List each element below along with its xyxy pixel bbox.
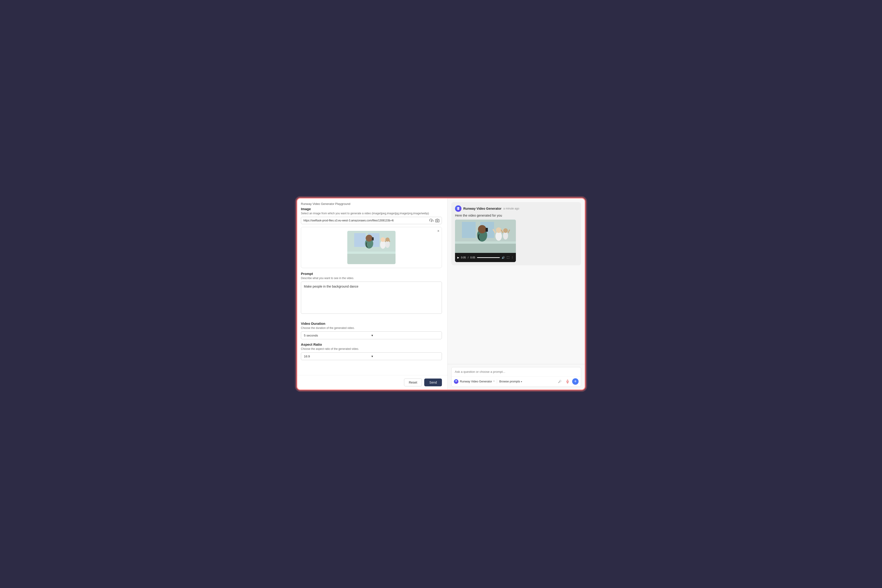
app-frame: Runway Video Generator Playground Image …	[296, 198, 586, 390]
image-section: Image Select an image from which you wan…	[301, 207, 442, 268]
left-footer: Reset Send	[297, 375, 447, 390]
mic-icon[interactable]	[564, 378, 571, 385]
progress-fill	[477, 257, 500, 258]
left-panel: Runway Video Generator Playground Image …	[297, 198, 448, 390]
prompt-section: Prompt Describe what you want to see in …	[301, 272, 442, 318]
message-text: Here the video generated for you	[455, 214, 578, 217]
agent-selector[interactable]: Runway Video Generator ^	[454, 379, 495, 384]
svg-point-29	[503, 228, 508, 233]
image-url-row	[301, 217, 442, 224]
message-time: a minute ago	[503, 207, 519, 210]
chat-input-field[interactable]	[452, 367, 581, 376]
time-display: 0:05	[461, 256, 466, 259]
fullscreen-icon[interactable]: ⛶	[507, 256, 509, 259]
svg-rect-9	[372, 237, 374, 240]
svg-point-22	[478, 225, 486, 233]
close-preview-button[interactable]: ×	[437, 229, 440, 233]
duration-dropdown-arrow: ▾	[371, 333, 439, 337]
prompt-title: Prompt	[301, 272, 442, 276]
duration-title: Video Duration	[301, 322, 442, 326]
progress-bar[interactable]	[477, 257, 500, 258]
agent-selector-avatar	[454, 379, 459, 384]
chat-messages: Runway Video Generator a minute ago Here…	[448, 198, 585, 364]
video-thumbnail	[455, 220, 516, 253]
video-controls: ▶ 0:05 / 0:05 🔊 ⛶ ⋮	[455, 253, 516, 262]
svg-rect-4	[354, 233, 366, 247]
agent-name: Runway Video Generator	[463, 207, 501, 210]
svg-rect-6	[347, 254, 396, 264]
duration-subtitle: Choose the duration of the generated vid…	[301, 326, 442, 330]
message-header: Runway Video Generator a minute ago	[455, 206, 578, 212]
left-panel-content: Runway Video Generator Playground Image …	[297, 198, 447, 375]
svg-point-28	[503, 232, 508, 240]
agent-avatar	[455, 206, 462, 212]
aspect-ratio-dropdown-arrow: ▾	[371, 354, 439, 358]
svg-point-1	[436, 220, 438, 221]
time-total: 0:05	[470, 256, 475, 259]
image-subtitle: Select an image from which you want to g…	[301, 212, 442, 215]
image-preview-box: ×	[301, 227, 442, 268]
url-icons	[429, 218, 440, 223]
send-message-button[interactable]	[572, 378, 579, 385]
aspect-ratio-title: Aspect Ratio	[301, 342, 442, 346]
aspect-ratio-section: Aspect Ratio Choose the aspect ratio of …	[301, 342, 442, 360]
chat-input-box: Runway Video Generator ^ Browse prompts …	[452, 367, 581, 387]
image-url-input[interactable]	[303, 219, 429, 222]
message-bubble: Runway Video Generator a minute ago Here…	[452, 202, 581, 265]
browse-prompts-chevron-icon: ▾	[521, 380, 522, 383]
aspect-ratio-subtitle: Choose the aspect ratio of the generated…	[301, 347, 442, 351]
svg-rect-20	[455, 244, 516, 253]
breadcrumb: Runway Video Generator Playground	[301, 202, 442, 206]
more-icon[interactable]: ⋮	[511, 256, 514, 259]
aspect-ratio-value: 16:9	[304, 355, 371, 358]
play-icon[interactable]: ▶	[457, 256, 459, 259]
agent-selector-chevron-icon: ^	[494, 380, 495, 383]
svg-point-11	[381, 237, 385, 242]
reset-button[interactable]: Reset	[404, 378, 422, 386]
svg-point-25	[496, 227, 501, 233]
aspect-ratio-dropdown[interactable]: 16:9 ▾	[301, 352, 442, 360]
wand-icon[interactable]	[556, 378, 563, 385]
browse-prompts-label: Browse prompts	[500, 380, 520, 383]
doctor-image-preview	[347, 231, 396, 264]
send-button[interactable]: Send	[424, 378, 442, 386]
duration-value: 5 seconds	[304, 334, 371, 337]
upload-icon[interactable]	[429, 218, 434, 223]
svg-rect-18	[462, 222, 476, 238]
time-separator: /	[468, 256, 468, 259]
video-player[interactable]: ▶ 0:05 / 0:05 🔊 ⛶ ⋮	[455, 220, 516, 262]
volume-icon[interactable]: 🔊	[502, 256, 505, 259]
prompt-subtitle: Describe what you want to see in the vid…	[301, 276, 442, 280]
chat-input-bottom: Runway Video Generator ^ Browse prompts …	[452, 376, 581, 387]
prompt-textarea[interactable]: Make people in the background dance	[301, 282, 442, 314]
agent-selector-name: Runway Video Generator	[460, 380, 492, 383]
camera-icon[interactable]	[435, 218, 440, 223]
right-panel: Runway Video Generator a minute ago Here…	[448, 198, 585, 390]
browse-prompts-button[interactable]: Browse prompts ▾	[500, 380, 522, 383]
svg-point-8	[366, 235, 372, 242]
svg-rect-23	[486, 228, 488, 232]
duration-dropdown[interactable]: 5 seconds ▾	[301, 332, 442, 339]
duration-section: Video Duration Choose the duration of th…	[301, 322, 442, 339]
chat-input-area: Runway Video Generator ^ Browse prompts …	[448, 364, 585, 390]
image-title: Image	[301, 207, 442, 211]
